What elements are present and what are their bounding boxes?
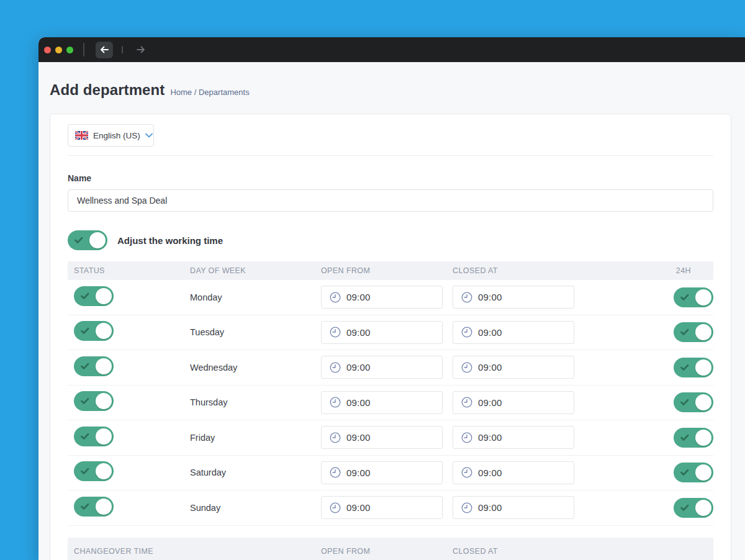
back-arrow-icon: [99, 45, 109, 55]
titlebar-divider: [83, 43, 84, 56]
closed-at-input[interactable]: 09:00: [453, 321, 574, 344]
day-label: Wednesday: [190, 363, 237, 373]
day-status-toggle[interactable]: [74, 427, 114, 446]
clock-icon: [330, 432, 341, 443]
open-from-input[interactable]: 09:00: [321, 426, 443, 449]
chevron-down-icon: [145, 133, 153, 138]
day-cell: Wednesday: [184, 362, 315, 373]
changeover-table-header: CHANGEOVER TIME OPEN FROM CLOSED AT: [68, 538, 713, 560]
open-from-input[interactable]: 09:00: [321, 321, 443, 344]
page-header: Add department Home / Departaments: [50, 81, 731, 99]
header-status: STATUS: [68, 266, 184, 275]
language-selector[interactable]: English (US): [68, 124, 154, 147]
all-day-toggle[interactable]: [674, 287, 713, 307]
breadcrumb-separator: /: [194, 88, 197, 97]
forward-arrow-icon: [136, 45, 146, 55]
maximize-window-button[interactable]: [66, 47, 73, 53]
status-cell: [68, 321, 184, 343]
language-selector-value: English (US): [93, 131, 140, 140]
closed-at-cell: 09:00: [446, 461, 578, 484]
working-time-toggle-row: Adjust the working time: [68, 230, 713, 250]
closed-at-input[interactable]: 09:00: [453, 461, 574, 484]
day-status-toggle[interactable]: [74, 321, 114, 341]
schedule-row: Sunday 09:00: [68, 490, 713, 526]
closed-at-input[interactable]: 09:00: [453, 286, 574, 309]
closed-at-input[interactable]: 09:00: [453, 426, 574, 449]
open-from-value: 09:00: [346, 292, 371, 302]
breadcrumb: Home / Departaments: [170, 88, 249, 97]
toggle-knob: [695, 464, 711, 481]
all-day-toggle[interactable]: [674, 428, 713, 448]
day-cell: Thursday: [184, 397, 315, 408]
minimize-window-button[interactable]: [55, 47, 62, 53]
status-cell: [68, 427, 184, 449]
schedule-row: Thursday 09:00: [68, 386, 713, 421]
forward-button[interactable]: [132, 42, 150, 58]
day-status-toggle[interactable]: [74, 391, 114, 411]
toggle-knob: [695, 324, 711, 340]
schedule-row: Saturday 09:00: [68, 456, 713, 491]
open-from-cell: 09:00: [315, 461, 446, 484]
open-from-input[interactable]: 09:00: [321, 356, 443, 379]
schedule-row: Wednesday 09:00: [68, 350, 713, 386]
closed-at-cell: 09:00: [446, 286, 578, 309]
clock-icon: [461, 397, 472, 408]
header-changeover-open-from: OPEN FROM: [315, 547, 446, 556]
clock-icon: [461, 467, 472, 478]
clock-icon: [330, 467, 341, 478]
all-day-toggle[interactable]: [674, 392, 713, 412]
closed-at-value: 09:00: [478, 397, 502, 408]
check-icon: [81, 433, 89, 440]
closed-at-input[interactable]: 09:00: [453, 496, 574, 519]
status-cell: [68, 391, 184, 413]
back-button[interactable]: [96, 42, 113, 58]
header-closed-at: CLOSED AT: [446, 266, 578, 275]
day-label: Tuesday: [190, 327, 224, 337]
name-input[interactable]: [68, 189, 713, 212]
open-from-cell: 09:00: [315, 321, 446, 344]
open-from-input[interactable]: 09:00: [321, 391, 443, 414]
open-from-input[interactable]: 09:00: [321, 496, 443, 519]
all-day-toggle[interactable]: [674, 358, 713, 377]
breadcrumb-home-link[interactable]: Home: [170, 88, 192, 97]
closed-at-value: 09:00: [478, 292, 502, 302]
open-from-input[interactable]: 09:00: [321, 286, 443, 309]
browser-window: Add department Home / Departaments: [38, 37, 745, 560]
toggle-knob: [96, 288, 112, 304]
status-cell: [68, 497, 184, 519]
toggle-knob: [96, 358, 112, 374]
close-window-button[interactable]: [44, 47, 51, 53]
check-icon: [680, 434, 689, 441]
closed-at-input[interactable]: 09:00: [453, 391, 574, 414]
all-day-toggle[interactable]: [674, 463, 713, 482]
schedule-rows: Monday 09:00: [68, 280, 713, 526]
day-status-toggle[interactable]: [74, 461, 114, 481]
day-status-toggle[interactable]: [74, 286, 114, 306]
day-status-toggle[interactable]: [74, 497, 114, 517]
check-icon: [81, 292, 89, 299]
all-day-cell: [578, 287, 713, 307]
toggle-knob: [695, 430, 711, 446]
clock-icon: [330, 327, 341, 338]
day-label: Saturday: [190, 467, 226, 477]
browser-titlebar: [38, 37, 745, 62]
day-cell: Sunday: [184, 502, 315, 513]
open-from-input[interactable]: 09:00: [321, 461, 443, 484]
clock-icon: [461, 362, 472, 373]
check-icon: [680, 364, 689, 371]
day-label: Monday: [190, 292, 222, 302]
closed-at-cell: 09:00: [446, 321, 578, 344]
day-label: Sunday: [190, 503, 220, 513]
header-changeover-time: CHANGEOVER TIME: [68, 547, 315, 556]
all-day-toggle[interactable]: [674, 498, 713, 518]
header-open-from: OPEN FROM: [315, 266, 446, 275]
working-time-toggle[interactable]: [68, 230, 107, 250]
check-icon: [81, 468, 89, 475]
closed-at-input[interactable]: 09:00: [453, 356, 574, 379]
day-status-toggle[interactable]: [74, 356, 114, 376]
department-form-card: English (US) Name: [50, 114, 731, 560]
all-day-toggle[interactable]: [674, 322, 713, 342]
closed-at-value: 09:00: [478, 327, 502, 338]
toggle-knob: [96, 393, 112, 409]
clock-icon: [330, 502, 341, 513]
